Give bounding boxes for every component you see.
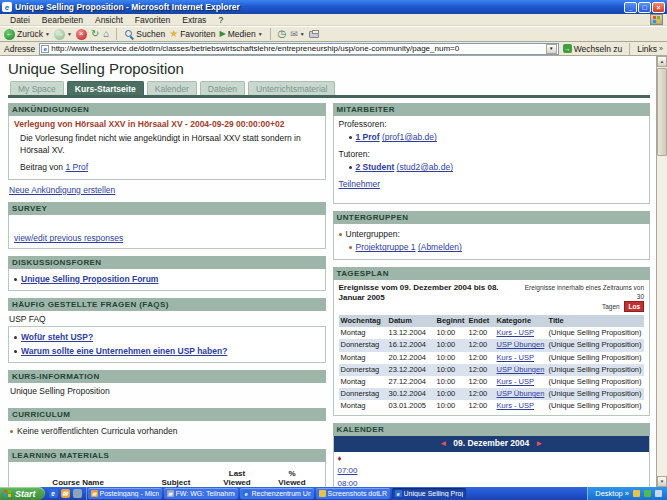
survey-responses-link[interactable]: view/edit previous responses <box>14 233 123 244</box>
tab-my-space[interactable]: My Space <box>10 81 64 95</box>
back-button[interactable]: ← Zurück ▼ <box>4 29 50 40</box>
learning-materials-portlet: LEARNING MATERIALS Course Name Subject L… <box>8 449 326 487</box>
mail-icon: ✉ <box>167 490 174 497</box>
maximize-button[interactable]: □ <box>638 2 651 13</box>
ie-quicklaunch-icon[interactable]: e <box>49 489 58 498</box>
close-button[interactable]: × <box>652 2 665 13</box>
stop-icon: × <box>76 29 87 40</box>
faq-subtitle: USP FAQ <box>9 314 46 324</box>
taskbar-button-usp[interactable]: e Unique Selling Proposi... <box>392 488 466 499</box>
refresh-button[interactable]: ↻ <box>91 29 99 39</box>
calendar-nav: ◄ 09. Dezember 2004 ► <box>334 436 650 451</box>
windows-flag-icon <box>4 490 12 498</box>
event-link[interactable]: Kurs - USP <box>497 401 535 410</box>
event-link[interactable]: Kurs - USP <box>497 353 535 362</box>
favorites-button[interactable]: ★ Favoriten <box>169 29 215 39</box>
show-desktop-icon[interactable] <box>73 489 82 498</box>
unsubscribe-link[interactable]: (Abmelden) <box>418 242 462 252</box>
participants-link[interactable]: Teilnehmer <box>339 179 381 189</box>
history-button[interactable]: ◷ <box>278 29 287 39</box>
screen: e Unique Selling Proposition - Microsoft… <box>0 0 667 500</box>
ie-icon: e <box>2 2 12 12</box>
search-button[interactable]: Suchen <box>124 29 165 39</box>
calendar-time-slot[interactable]: 08:00 <box>338 479 358 487</box>
project-group-link[interactable]: Projektgruppe 1 <box>356 242 416 252</box>
scroll-down-button[interactable]: ▼ <box>657 476 667 487</box>
faq-question-1-link[interactable]: Wofür steht USP? <box>21 332 93 343</box>
curriculum-header: CURRICULUM <box>8 408 326 421</box>
learning-materials-table: Course Name Subject LastViewed %Viewed <box>14 467 320 487</box>
minimize-button[interactable]: _ <box>624 2 637 13</box>
page-scrollbar[interactable]: ▲ ▼ <box>656 56 667 487</box>
favorites-star-icon: ★ <box>169 29 178 39</box>
print-button[interactable] <box>309 31 319 38</box>
tutor-email-link[interactable]: (stud2@ab.de) <box>397 162 453 172</box>
menu-extras[interactable]: Extras <box>176 15 212 25</box>
forward-caret-icon[interactable]: ▼ <box>67 31 72 37</box>
tray-icon[interactable] <box>655 490 662 497</box>
go-button[interactable]: → Wechseln zu <box>563 44 623 54</box>
media-caret-icon[interactable]: ▼ <box>258 31 263 37</box>
address-dropdown-button[interactable]: ▼ <box>546 44 557 54</box>
media-button[interactable]: ▶ Medien ▼ <box>220 29 263 39</box>
taskbar-button-posteingang[interactable]: ✉ Posteingang - Micros... <box>88 488 162 499</box>
menu-ansicht[interactable]: Ansicht <box>89 15 129 25</box>
mail-button[interactable]: ✉ ▼ <box>290 30 305 39</box>
los-button[interactable]: Los <box>624 301 644 312</box>
back-caret-icon[interactable]: ▼ <box>45 31 50 37</box>
tab-kurs-startseite[interactable]: Kurs-Startseite <box>67 81 144 95</box>
taskbar-button-fw-mail[interactable]: ✉ FW: WG: Teilnahme v... <box>164 488 238 499</box>
new-announcement-link[interactable]: Neue Ankündigung erstellen <box>9 185 115 195</box>
dayplan-row: Montag03.01.200510:0012:00Kurs - USP(Uni… <box>339 400 645 412</box>
scroll-up-button[interactable]: ▲ <box>657 56 667 67</box>
tutor-link[interactable]: 2 Student <box>356 162 395 172</box>
start-button[interactable]: Start <box>0 487 45 500</box>
tray-icon[interactable] <box>644 490 651 497</box>
menu-hilfe[interactable]: ? <box>212 15 229 25</box>
tab-dateien[interactable]: Dateien <box>200 81 245 95</box>
event-link[interactable]: USP Übungen <box>497 389 545 398</box>
dayplan-row: Montag20.12.200410:0012:00Kurs - USP(Uni… <box>339 352 645 364</box>
survey-portlet: SURVEY view/edit previous responses <box>8 202 326 249</box>
tray-icon[interactable] <box>633 490 640 497</box>
right-column: MITARBEITER Professoren: 1 Prof (prof1@a… <box>333 103 651 487</box>
column-kategorie: Kategorie <box>495 315 547 327</box>
taskbar-button-rechenzentrum[interactable]: e Rechenzentrum Uni K... <box>240 488 314 499</box>
mail-caret-icon[interactable]: ▼ <box>300 31 305 37</box>
stop-button[interactable]: × <box>76 29 87 40</box>
event-link[interactable]: USP Übungen <box>497 365 545 374</box>
professor-link[interactable]: 1 Prof <box>356 132 380 142</box>
event-link[interactable]: Kurs - USP <box>497 328 535 337</box>
address-url[interactable]: http://www.theservice.de/dotlrn/classes/… <box>51 44 544 53</box>
tab-kalender[interactable]: Kalender <box>147 81 197 95</box>
left-column: ANKÜNDIGUNGEN Verlegung von Hörsaal XXV … <box>8 103 326 487</box>
professor-email-link[interactable]: (prof1@ab.de) <box>382 132 437 142</box>
bullet-icon <box>10 430 13 433</box>
next-day-button[interactable]: ► <box>535 439 543 450</box>
bullet-icon <box>349 166 352 169</box>
menu-bearbeiten[interactable]: Bearbeiten <box>36 15 89 25</box>
print-icon <box>309 31 319 38</box>
forward-button[interactable]: → ▼ <box>54 29 72 40</box>
bullet-icon <box>14 278 17 281</box>
calendar-time-slot[interactable]: 07:00 <box>338 466 358 477</box>
menu-favoriten[interactable]: Favoriten <box>129 15 176 25</box>
announcement-author-link[interactable]: 1 Prof <box>65 162 88 172</box>
staff-header: MITARBEITER <box>333 103 651 116</box>
links-toolbar[interactable]: Links » <box>637 44 663 54</box>
history-icon: ◷ <box>278 29 287 39</box>
home-button[interactable]: ⌂ <box>103 29 109 39</box>
address-input[interactable]: e http://www.theservice.de/dotlrn/classe… <box>39 43 559 55</box>
event-link[interactable]: USP Übungen <box>497 340 545 349</box>
taskbar-button-screenshots[interactable]: Screenshots dotLRN... <box>316 488 390 499</box>
mail-quicklaunch-icon[interactable]: ✉ <box>61 489 70 498</box>
menu-datei[interactable]: Datei <box>4 15 36 25</box>
event-link[interactable]: Kurs - USP <box>497 377 535 386</box>
desktop-toolbar-label[interactable]: Desktop » <box>595 489 629 498</box>
browser-viewport: Unique Selling Proposition My Space Kurs… <box>0 56 656 487</box>
forum-link[interactable]: Unique Selling Proposition Forum <box>21 274 158 285</box>
prev-day-button[interactable]: ◄ <box>439 439 447 450</box>
faq-question-2-link[interactable]: Warum sollte eine Unternehmen einen USP … <box>21 346 227 357</box>
scrollbar-thumb[interactable] <box>657 68 667 156</box>
tab-unterrichtsmaterial[interactable]: Unterrichtsmaterial <box>248 81 335 95</box>
